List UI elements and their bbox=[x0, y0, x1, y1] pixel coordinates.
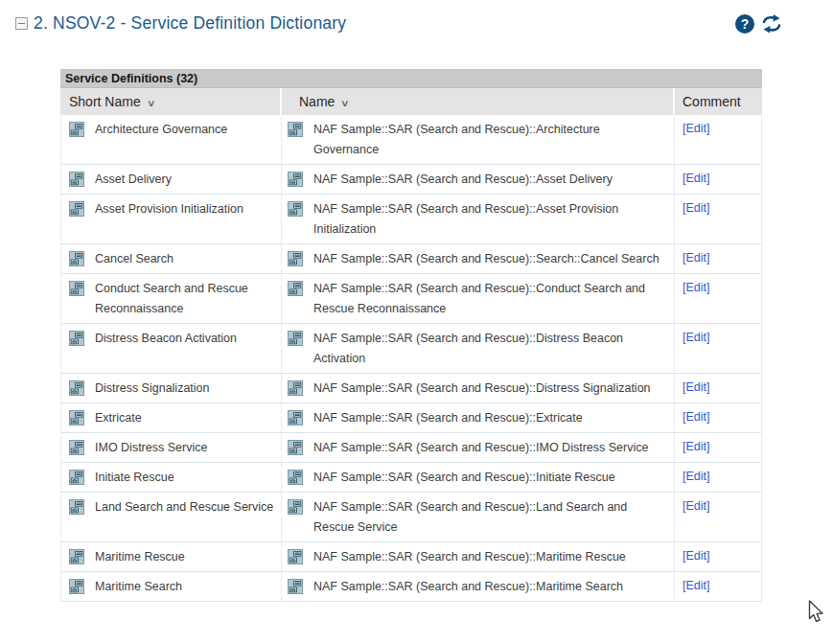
short-name-cell: IMO Distress Service bbox=[61, 433, 281, 462]
comment-cell: [Edit] bbox=[674, 572, 761, 601]
comment-cell: [Edit] bbox=[674, 195, 761, 243]
table-row: Distress Signalization NAF Sample::SAR (… bbox=[61, 374, 761, 403]
column-header-name[interactable]: Name ∨ bbox=[280, 88, 673, 115]
name-cell: NAF Sample::SAR (Search and Rescue)::Arc… bbox=[281, 115, 674, 164]
comment-cell: [Edit] bbox=[674, 542, 761, 571]
table-row: Maritime Search NAF Sample::SAR (Search … bbox=[61, 572, 761, 602]
edit-link[interactable]: [Edit] bbox=[683, 170, 710, 188]
name-text: NAF Sample::SAR (Search and Rescue)::Mar… bbox=[313, 547, 626, 567]
name-cell: NAF Sample::SAR (Search and Rescue)::Dis… bbox=[281, 374, 674, 402]
table-row: Cancel Search NAF Sample::SAR (Search an… bbox=[61, 244, 761, 274]
sort-chevron-icon[interactable]: ∨ bbox=[340, 98, 350, 108]
table-row: Architecture Governance NAF Sample::SAR … bbox=[61, 115, 761, 165]
edit-link[interactable]: [Edit] bbox=[683, 468, 710, 486]
short-name-text: Distress Beacon Activation bbox=[95, 329, 237, 349]
edit-link[interactable]: [Edit] bbox=[683, 547, 710, 565]
refresh-icon[interactable] bbox=[760, 13, 783, 34]
short-name-cell: Asset Provision Initialization bbox=[61, 195, 281, 243]
edit-link[interactable]: [Edit] bbox=[683, 438, 710, 456]
service-icon bbox=[69, 440, 84, 455]
service-icon bbox=[69, 380, 84, 396]
mouse-cursor bbox=[808, 600, 826, 625]
sort-chevron-icon[interactable]: ∨ bbox=[147, 98, 156, 108]
table-row: Conduct Search and Rescue Reconnaissance… bbox=[61, 274, 761, 324]
service-icon bbox=[288, 331, 303, 346]
service-icon bbox=[288, 499, 303, 515]
comment-cell: [Edit] bbox=[674, 324, 761, 373]
service-icon bbox=[288, 172, 303, 187]
comment-cell: [Edit] bbox=[674, 244, 761, 273]
short-name-text: Maritime Rescue bbox=[95, 547, 185, 567]
service-icon bbox=[288, 380, 303, 396]
short-name-cell: Architecture Governance bbox=[61, 115, 281, 164]
name-cell: NAF Sample::SAR (Search and Rescue)::Lan… bbox=[281, 493, 674, 541]
comment-cell: [Edit] bbox=[674, 433, 761, 462]
short-name-text: Architecture Governance bbox=[95, 120, 227, 140]
table-titlebar: Service Definitions (32) bbox=[60, 69, 762, 88]
short-name-text: Distress Signalization bbox=[95, 379, 210, 399]
table-row: Extricate NAF Sample::SAR (Search and Re… bbox=[61, 403, 761, 433]
short-name-cell: Maritime Rescue bbox=[61, 542, 281, 571]
name-text: NAF Sample::SAR (Search and Rescue)::Arc… bbox=[313, 120, 668, 160]
comment-cell: [Edit] bbox=[674, 374, 761, 402]
table-row: Distress Beacon Activation NAF Sample::S… bbox=[61, 324, 761, 374]
service-icon bbox=[69, 549, 84, 564]
name-cell: NAF Sample::SAR (Search and Rescue)::Sea… bbox=[281, 244, 674, 273]
service-icon bbox=[288, 122, 303, 137]
name-cell: NAF Sample::SAR (Search and Rescue)::Ass… bbox=[281, 165, 674, 194]
short-name-text: Maritime Search bbox=[95, 577, 182, 597]
short-name-text: IMO Distress Service bbox=[95, 438, 207, 458]
comment-cell: [Edit] bbox=[674, 403, 761, 432]
name-text: NAF Sample::SAR (Search and Rescue)::Dis… bbox=[313, 329, 668, 369]
edit-link[interactable]: [Edit] bbox=[683, 199, 710, 218]
service-icon bbox=[288, 549, 303, 564]
service-icon bbox=[69, 499, 84, 515]
table-title: Service Definitions (32) bbox=[65, 72, 197, 85]
name-cell: NAF Sample::SAR (Search and Rescue)::IMO… bbox=[281, 433, 674, 462]
comment-cell: [Edit] bbox=[674, 493, 761, 541]
short-name-cell: Initiate Rescue bbox=[61, 463, 281, 492]
service-definitions-table: Service Definitions (32) Short Name ∨ Na… bbox=[60, 69, 762, 602]
service-icon bbox=[69, 470, 84, 485]
name-cell: NAF Sample::SAR (Search and Rescue)::Ini… bbox=[281, 463, 674, 492]
edit-link[interactable]: [Edit] bbox=[683, 120, 710, 138]
name-text: NAF Sample::SAR (Search and Rescue)::Ass… bbox=[313, 199, 668, 240]
service-icon bbox=[288, 470, 303, 485]
short-name-cell: Maritime Search bbox=[61, 572, 281, 601]
short-name-text: Asset Provision Initialization bbox=[95, 199, 243, 219]
table-row: IMO Distress Service NAF Sample::SAR (Se… bbox=[61, 433, 761, 463]
comment-cell: [Edit] bbox=[674, 165, 761, 194]
edit-link[interactable]: [Edit] bbox=[683, 379, 710, 397]
short-name-cell: Land Search and Rescue Service bbox=[61, 493, 281, 541]
edit-link[interactable]: [Edit] bbox=[683, 279, 710, 297]
page-title: 2. NSOV-2 - Service Definition Dictionar… bbox=[34, 13, 346, 34]
name-cell: NAF Sample::SAR (Search and Rescue)::Ass… bbox=[281, 195, 674, 243]
column-header-short-name[interactable]: Short Name ∨ bbox=[60, 88, 280, 115]
edit-link[interactable]: [Edit] bbox=[683, 249, 710, 267]
table-row: Maritime Rescue NAF Sample::SAR (Search … bbox=[61, 542, 761, 572]
short-name-text: Conduct Search and Rescue Reconnaissance bbox=[95, 279, 275, 319]
service-icon bbox=[288, 201, 303, 217]
short-name-cell: Extricate bbox=[61, 403, 281, 432]
help-icon[interactable]: ? bbox=[734, 13, 755, 34]
svg-text:?: ? bbox=[741, 16, 750, 32]
name-text: NAF Sample::SAR (Search and Rescue)::Ass… bbox=[313, 170, 613, 190]
short-name-text: Cancel Search bbox=[95, 249, 174, 269]
service-icon bbox=[69, 122, 84, 137]
edit-link[interactable]: [Edit] bbox=[683, 497, 710, 516]
service-icon bbox=[69, 281, 84, 296]
table-body: Architecture Governance NAF Sample::SAR … bbox=[60, 115, 762, 602]
edit-link[interactable]: [Edit] bbox=[683, 329, 710, 347]
edit-link[interactable]: [Edit] bbox=[683, 408, 710, 426]
name-text: NAF Sample::SAR (Search and Rescue)::Dis… bbox=[313, 379, 651, 399]
name-cell: NAF Sample::SAR (Search and Rescue)::Dis… bbox=[281, 324, 674, 373]
short-name-text: Asset Delivery bbox=[95, 170, 172, 190]
name-text: NAF Sample::SAR (Search and Rescue)::Sea… bbox=[313, 249, 659, 269]
short-name-text: Land Search and Rescue Service bbox=[95, 497, 273, 518]
service-icon bbox=[288, 579, 303, 594]
name-cell: NAF Sample::SAR (Search and Rescue)::Mar… bbox=[281, 542, 674, 571]
service-icon bbox=[69, 410, 84, 426]
collapse-section-icon[interactable] bbox=[15, 17, 28, 30]
table-header-row: Short Name ∨ Name ∨ Comment bbox=[60, 88, 762, 115]
edit-link[interactable]: [Edit] bbox=[683, 577, 710, 595]
